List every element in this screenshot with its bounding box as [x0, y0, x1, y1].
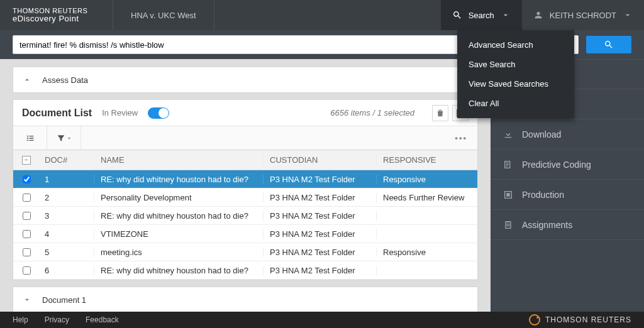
- chevron-down-icon: [623, 10, 633, 20]
- document-list-panel: Document List In Review 6656 items / 1 s…: [13, 99, 478, 280]
- document-table: − DOC# NAME CUSTODIAN RESPONSIVE 1 RE: w…: [13, 150, 477, 280]
- cell-doc: 4: [40, 229, 94, 239]
- user-icon: [533, 10, 543, 20]
- footer: Help Privacy Feedback THOMSON REUTERS: [0, 312, 644, 328]
- document-footer-label: Document 1: [42, 295, 86, 305]
- cell-responsive: Responsive: [377, 248, 477, 257]
- cell-custodian: P3 HNA M2 Test Folder: [264, 229, 377, 239]
- cell-doc: 3: [40, 211, 94, 221]
- doclist-title: Document List: [22, 107, 92, 119]
- doclist-header: Document List In Review 6656 items / 1 s…: [13, 100, 477, 126]
- cell-name: RE: why did whitney houston had to die?: [94, 211, 264, 221]
- col-header-doc[interactable]: DOC#: [40, 155, 94, 165]
- cell-name: VTIMEZONE: [94, 229, 264, 239]
- brand-line2: eDiscovery Point: [13, 14, 87, 23]
- assignments-icon: [503, 220, 513, 230]
- select-all-checkbox[interactable]: −: [22, 156, 31, 165]
- cell-custodian: P3 HNA M2 Test Folder: [264, 266, 377, 275]
- filter-button[interactable]: [47, 126, 81, 150]
- cell-custodian: P3 HNA M2 Test Folder: [264, 175, 377, 184]
- sidebar-item-download[interactable]: Download: [491, 119, 644, 150]
- cell-custodian: P3 HNA M2 Test Folder: [264, 211, 377, 221]
- cell-responsive: Responsive: [377, 175, 477, 184]
- sidebar-item-label: Download: [522, 129, 561, 139]
- user-name: KEITH SCHRODT: [550, 11, 616, 20]
- doclist-count: 6656 items / 1 selected: [330, 108, 414, 118]
- row-checkbox[interactable]: [23, 230, 31, 238]
- footer-help[interactable]: Help: [13, 315, 28, 324]
- sidebar-item-predictive-coding[interactable]: Predictive Coding: [491, 150, 644, 180]
- search-label: Search: [469, 11, 494, 20]
- brand-text: THOMSON REUTERS eDiscovery Point: [13, 7, 87, 23]
- arrow-up-icon: [22, 75, 32, 85]
- chevron-down-icon: [501, 10, 511, 20]
- col-header-responsive[interactable]: RESPONSIVE: [377, 155, 477, 165]
- footer-company: THOMSON REUTERS: [529, 314, 631, 325]
- menu-view-saved-searches[interactable]: View Saved Searches: [457, 74, 574, 94]
- table-row[interactable]: 2 Personality Development P3 HNA M2 Test…: [13, 189, 477, 207]
- sidebar-item-production[interactable]: Production: [491, 180, 644, 210]
- arrow-down-icon: [22, 295, 32, 305]
- assess-label: Assess Data: [42, 75, 88, 85]
- table-row[interactable]: 5 meeting.ics P3 HNA M2 Test Folder Resp…: [13, 243, 477, 261]
- filter-icon: [56, 133, 66, 143]
- menu-advanced-search[interactable]: Advanced Search: [457, 35, 574, 55]
- sidebar-item-label: Assignments: [522, 220, 572, 230]
- download-icon: [503, 129, 513, 139]
- sidebar-item-label: Production: [522, 190, 564, 200]
- thomson-reuters-logo-icon: [529, 314, 540, 325]
- search-dropdown-menu: Advanced Search Save Search View Saved S…: [457, 30, 574, 118]
- col-header-name[interactable]: NAME: [94, 155, 264, 165]
- row-checkbox[interactable]: [23, 248, 31, 256]
- assess-data-bar[interactable]: Assess Data: [13, 67, 478, 93]
- footer-company-text: THOMSON REUTERS: [545, 315, 631, 324]
- table-row[interactable]: 6 RE: why did whitney houston had to die…: [13, 261, 477, 280]
- review-toggle[interactable]: [148, 107, 169, 119]
- table-header-row: − DOC# NAME CUSTODIAN RESPONSIVE: [13, 150, 477, 170]
- table-row[interactable]: 3 RE: why did whitney houston had to die…: [13, 207, 477, 225]
- outline-toggle[interactable]: [13, 126, 47, 150]
- cell-name: Personality Development: [94, 193, 264, 202]
- search-button[interactable]: [586, 36, 631, 53]
- trash-icon: [435, 108, 445, 118]
- row-checkbox[interactable]: [23, 175, 31, 183]
- predictive-coding-icon: [503, 160, 513, 170]
- cell-name: RE: why did whitney houston had to die?: [94, 175, 264, 184]
- table-row[interactable]: 1 RE: why did whitney houston had to die…: [13, 170, 477, 189]
- row-checkbox[interactable]: [23, 212, 31, 220]
- row-checkbox[interactable]: [23, 194, 31, 202]
- table-row[interactable]: 4 VTIMEZONE P3 HNA M2 Test Folder: [13, 225, 477, 243]
- matter-name[interactable]: HNA v. UKC West: [113, 0, 214, 30]
- footer-privacy[interactable]: Privacy: [45, 315, 69, 324]
- cell-custodian: P3 HNA M2 Test Folder: [264, 248, 377, 257]
- more-actions[interactable]: •••: [445, 133, 477, 143]
- delete-button[interactable]: [432, 105, 448, 121]
- spacer: [214, 0, 441, 30]
- doclist-subbar: •••: [13, 126, 477, 150]
- brand: THOMSON REUTERS eDiscovery Point: [0, 0, 113, 30]
- search-icon: [604, 40, 614, 50]
- cell-doc: 6: [40, 266, 94, 275]
- cell-name: meeting.ics: [94, 248, 264, 257]
- sidebar-item-assignments[interactable]: Assignments: [491, 210, 644, 240]
- left-pane: Assess Data Document List In Review 6656…: [0, 59, 491, 312]
- user-menu[interactable]: KEITH SCHRODT: [522, 0, 644, 30]
- menu-clear-all[interactable]: Clear All: [457, 94, 574, 113]
- cell-doc: 2: [40, 193, 94, 202]
- search-icon: [452, 10, 462, 20]
- footer-feedback[interactable]: Feedback: [86, 315, 119, 324]
- doclist-status: In Review: [102, 108, 138, 118]
- cell-responsive: Needs Further Review: [377, 193, 477, 202]
- production-icon: [503, 190, 513, 200]
- row-checkbox[interactable]: [23, 266, 31, 275]
- chevron-down-icon: [66, 135, 72, 141]
- cell-doc: 5: [40, 248, 94, 257]
- top-nav: THOMSON REUTERS eDiscovery Point HNA v. …: [0, 0, 644, 30]
- cell-custodian: P3 HNA M2 Test Folder: [264, 193, 377, 202]
- cell-name: RE: why did whitney houston had to die?: [94, 266, 264, 275]
- document-footer-bar[interactable]: Document 1: [13, 287, 478, 312]
- col-header-custodian[interactable]: CUSTODIAN: [264, 155, 377, 165]
- menu-save-search[interactable]: Save Search: [457, 55, 574, 74]
- list-icon: [25, 133, 35, 143]
- search-dropdown-trigger[interactable]: Search: [441, 0, 522, 30]
